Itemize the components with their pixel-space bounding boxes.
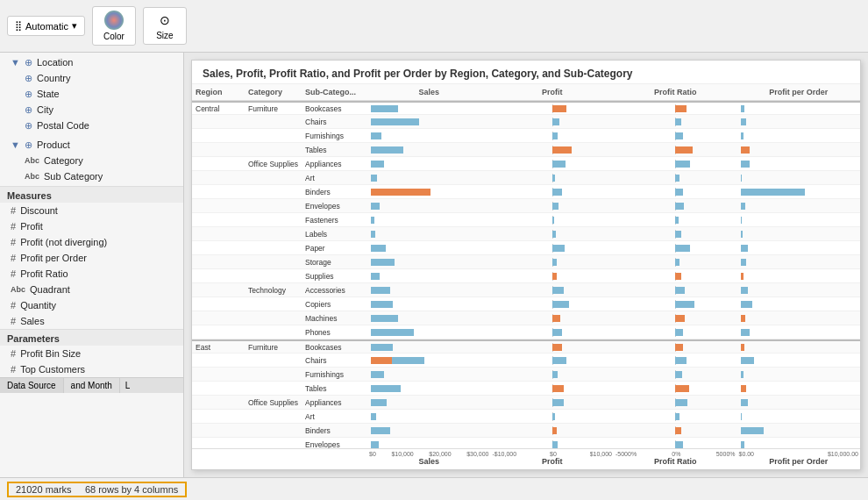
sidebar-item-sub-category[interactable]: Abc Sub Category — [0, 168, 183, 184]
sidebar-item-postal-code[interactable]: ⊕ Postal Code — [0, 118, 183, 133]
cell-sales-chart — [367, 201, 491, 211]
sidebar-item-profit-not-diverging[interactable]: # Profit (not diverging) — [0, 234, 183, 250]
sidebar-item-profit-ratio[interactable]: # Profit Ratio — [0, 266, 183, 282]
cell-sales-chart — [367, 369, 491, 380]
postal-icon: ⊕ — [25, 120, 32, 132]
table-row: Copiers — [192, 297, 860, 311]
cell-category: Office Supplies — [245, 397, 302, 408]
sidebar-item-profit-bin-size[interactable]: # Profit Bin Size — [0, 346, 183, 361]
cell-sales-chart — [367, 397, 491, 408]
cell-ppo-chart — [737, 397, 861, 408]
table-row: Fasteners — [192, 213, 860, 227]
location-label: Location — [37, 57, 74, 68]
month-label: and Month — [71, 381, 112, 390]
color-button[interactable]: Color — [92, 6, 136, 46]
cell-profit-chart — [491, 299, 615, 310]
size-button[interactable]: ⊙ Size — [143, 7, 187, 45]
sidebar-item-product[interactable]: ▼ ⊕ Product — [0, 137, 183, 153]
l-label: L — [125, 381, 131, 390]
profit-axis: -$10,000$0$10,000 Profit — [491, 451, 615, 466]
profit-ratio-ticks: -5000%0%5000% — [614, 451, 737, 457]
cell-profit-ratio-chart — [614, 131, 737, 141]
cell-subcategory: Bookcases — [302, 104, 367, 114]
color-icon — [104, 11, 124, 30]
cell-profit-ratio-chart — [614, 145, 737, 155]
cell-category — [245, 247, 302, 249]
sidebar-item-quadrant[interactable]: Abc Quadrant — [0, 282, 183, 297]
cell-region — [192, 219, 245, 221]
cell-subcategory: Art — [302, 411, 367, 422]
sidebar-item-profit-per-order[interactable]: # Profit per Order — [0, 250, 183, 266]
cell-region — [192, 205, 245, 207]
col-header-subcategory: Sub-Catego... — [302, 86, 367, 98]
sidebar-item-city[interactable]: ⊕ City — [0, 102, 183, 118]
month-tab[interactable]: and Month — [64, 378, 120, 393]
cell-category: Office Supplies — [245, 159, 302, 169]
cell-category — [245, 444, 302, 446]
cell-ppo-chart — [737, 173, 861, 183]
cell-subcategory: Labels — [302, 229, 367, 239]
postal-code-label: Postal Code — [37, 120, 89, 131]
product-expand-icon: ▼ — [11, 139, 20, 150]
location-icon: ⊕ — [25, 57, 32, 68]
cell-ppo-chart — [737, 369, 861, 380]
sidebar-item-country[interactable]: ⊕ Country — [0, 70, 183, 86]
cell-ppo-chart — [737, 355, 861, 366]
marks-count: 21020 marks — [16, 484, 72, 495]
cell-category — [245, 318, 302, 319]
cell-ppo-chart — [737, 243, 861, 254]
automatic-dropdown[interactable]: ⣿ Automatic ▾ — [7, 16, 85, 36]
sidebar-item-sales[interactable]: # Sales — [0, 313, 183, 329]
cell-profit-chart — [491, 383, 615, 394]
sidebar-item-quantity[interactable]: # Quantity — [0, 297, 183, 313]
city-icon: ⊕ — [25, 104, 32, 116]
measures-header: Measures — [0, 186, 183, 203]
location-section: ▼ ⊕ Location ⊕ Country ⊕ State ⊕ City — [0, 53, 183, 135]
col-header-profit-per-order: Profit per Order — [737, 86, 861, 98]
cell-category — [245, 219, 302, 221]
sidebar-item-discount[interactable]: # Discount — [0, 203, 183, 218]
l-tab[interactable]: L — [120, 378, 136, 393]
data-source-tab[interactable]: Data Source — [0, 378, 64, 393]
cell-sales-chart — [367, 383, 491, 394]
cell-profit-chart — [491, 425, 615, 436]
chart-title: Sales, Profit, Profit Ratio, and Profit … — [192, 61, 860, 84]
cell-ppo-chart — [737, 215, 861, 225]
cell-subcategory: Furnishings — [302, 369, 367, 380]
cell-ppo-chart — [737, 411, 861, 422]
profit-icon: # — [11, 221, 16, 232]
size-icon: ⊙ — [156, 11, 174, 29]
sidebar-item-profit[interactable]: # Profit — [0, 218, 183, 234]
status-bar: 21020 marks 68 rows by 4 columns — [0, 477, 868, 500]
cell-profit-ratio-chart — [614, 271, 737, 282]
cell-category — [245, 233, 302, 235]
sidebar-item-category[interactable]: Abc Category — [0, 153, 183, 168]
cell-ppo-chart — [737, 342, 861, 353]
sales-label: Sales — [20, 316, 45, 326]
cell-profit-ratio-chart — [614, 342, 737, 353]
cell-category — [245, 275, 302, 277]
table-row: Art — [192, 171, 860, 185]
cell-region — [192, 289, 245, 291]
top-customers-icon: # — [11, 364, 16, 375]
sidebar: ▼ ⊕ Location ⊕ Country ⊕ State ⊕ City — [0, 53, 184, 477]
profit-axis-label: Profit — [542, 457, 563, 466]
cell-profit-chart — [491, 327, 615, 338]
cell-subcategory: Fasteners — [302, 215, 367, 225]
cell-sales-chart — [367, 159, 491, 169]
cell-category — [245, 388, 302, 389]
table-row: Envelopes — [192, 438, 860, 448]
quantity-icon: # — [11, 300, 16, 311]
cell-subcategory: Envelopes — [302, 439, 367, 449]
cell-profit-chart — [491, 257, 615, 268]
cell-profit-chart — [491, 159, 615, 169]
table-row: Phones — [192, 325, 860, 339]
cell-ppo-chart — [737, 327, 861, 338]
sidebar-item-top-customers[interactable]: # Top Customers — [0, 361, 183, 377]
dropdown-icon: ⣿ — [15, 20, 22, 32]
sidebar-item-location[interactable]: ▼ ⊕ Location — [0, 54, 183, 70]
cell-sales-chart — [367, 117, 491, 127]
sidebar-item-state[interactable]: ⊕ State — [0, 86, 183, 102]
country-label: Country — [37, 73, 71, 83]
cell-ppo-chart — [737, 299, 861, 310]
